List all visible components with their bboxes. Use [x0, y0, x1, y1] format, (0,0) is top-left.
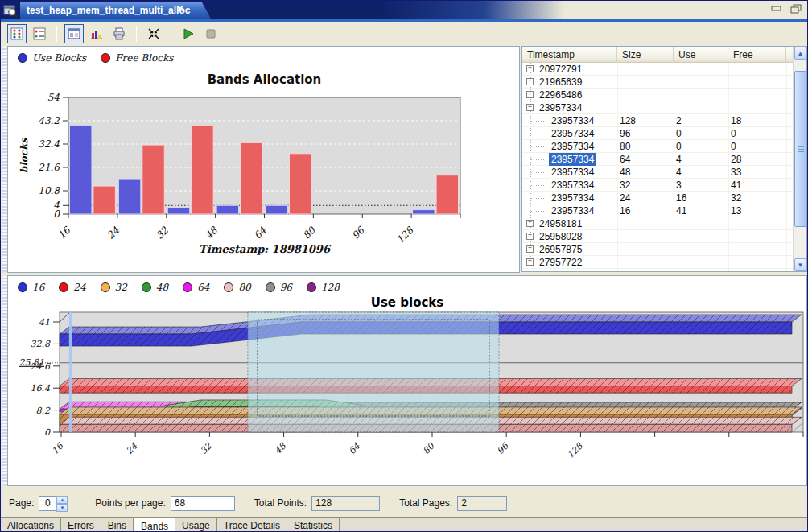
size-cell: 64 [620, 153, 630, 166]
tab-trace-details[interactable]: Trace Details [217, 518, 287, 532]
timestamp-cell: 23957334 [549, 114, 596, 127]
page-spinner[interactable]: ▲▼ [56, 496, 68, 511]
heap-analyzer-window: test_heap_mem_thread_multi_alloc ✕ [0, 0, 808, 532]
stop-icon [201, 24, 221, 43]
sizes-legend-item-label: 96 [280, 282, 292, 293]
table-row[interactable]: +27957722 [522, 256, 793, 269]
svg-text:10.8: 10.8 [38, 185, 60, 196]
layout-grid-icon[interactable] [7, 24, 27, 43]
collapse-icon[interactable]: − [526, 104, 534, 111]
toolbar-separator [136, 26, 137, 42]
fit-window-icon[interactable] [144, 24, 163, 43]
timestamp-cell: 20972791 [539, 63, 582, 76]
timestamp-cell: 22965486 [539, 89, 582, 101]
selection-region[interactable] [248, 312, 499, 432]
bar-chart-icon[interactable] [87, 24, 106, 43]
table-row[interactable]: +24958181 [522, 217, 793, 230]
column-header-timestamp[interactable]: Timestamp [522, 47, 617, 63]
timestamp-cell: 23957334 [549, 127, 596, 140]
table-row[interactable]: +20972791 [522, 63, 793, 76]
free-cell: 0 [731, 127, 736, 140]
tab-errors[interactable]: Errors [61, 518, 101, 532]
svg-text:Timestamp: 18981096: Timestamp: 18981096 [199, 243, 332, 255]
column-header-free[interactable]: Free [728, 47, 786, 63]
layout-list-icon[interactable] [30, 24, 49, 43]
sizes-legend-item-label: 80 [238, 282, 250, 293]
scroll-up-icon[interactable]: ▲ [794, 47, 806, 60]
column-header-use[interactable]: Use [674, 47, 728, 63]
tab-bands[interactable]: Bands [134, 518, 175, 532]
svg-text:128: 128 [565, 440, 585, 460]
svg-text:24.6: 24.6 [31, 361, 51, 372]
use-cell: 4 [676, 153, 682, 166]
bands-allocation-chart[interactable]: Bands Allocation0410.821.632.443.254bloc… [8, 64, 519, 270]
restore-view-icon[interactable] [789, 3, 802, 18]
size-cell: 48 [620, 166, 630, 179]
timestamp-cell: 24958181 [539, 217, 582, 230]
tab-bins[interactable]: Bins [101, 518, 134, 532]
tab-close-icon[interactable]: ✕ [176, 3, 184, 14]
expand-icon[interactable]: + [526, 258, 534, 266]
table-row[interactable]: 23957334241632 [522, 192, 793, 204]
tab-usage[interactable]: Usage [175, 518, 217, 532]
table-row[interactable]: 239573348000 [522, 140, 793, 153]
minimize-view-icon[interactable] [770, 3, 783, 18]
size-cell: 96 [620, 127, 630, 140]
tree-connector [531, 198, 547, 199]
expand-icon[interactable]: + [526, 91, 534, 98]
svg-text:16: 16 [50, 440, 66, 456]
total-points-value: 128 [311, 496, 380, 511]
toolbar [1, 22, 807, 46]
table-row[interactable]: +21965639 [522, 76, 793, 89]
expand-icon[interactable]: + [526, 78, 534, 85]
bands-legend-item-swatch [101, 53, 110, 63]
free-bar [192, 126, 213, 214]
bands-allocation-panel: Use BlocksFree Blocks Bands Allocation04… [7, 46, 520, 273]
sizes-legend: 16243248648096128 [8, 276, 806, 294]
expand-icon[interactable]: + [526, 233, 534, 240]
use-bar [70, 126, 92, 214]
table-header[interactable]: TimestampSizeUseFree [522, 47, 806, 63]
svg-text:128: 128 [394, 224, 416, 245]
print-icon[interactable] [109, 24, 129, 43]
table-row[interactable]: 23957334128218 [522, 114, 793, 127]
size-cell: 80 [620, 140, 630, 153]
run-icon[interactable] [179, 24, 198, 43]
table-row[interactable]: 2395733448433 [522, 166, 793, 179]
table-row[interactable]: −23957334 [522, 101, 793, 114]
expand-icon[interactable]: + [526, 245, 534, 253]
use-blocks-chart[interactable]: 25.8108.216.424.632.84116243248648096128 [8, 311, 806, 484]
table-row[interactable]: +22965486 [522, 89, 793, 101]
toolbar-separator [171, 26, 171, 42]
table-row[interactable]: 239573349600 [522, 127, 793, 140]
table-row[interactable]: 2395733432341 [522, 179, 793, 192]
svg-text:32: 32 [154, 224, 171, 241]
expand-icon[interactable]: + [526, 220, 534, 227]
page-input[interactable]: 0 [39, 496, 56, 511]
svg-text:0: 0 [44, 427, 51, 438]
tab-allocations[interactable]: Allocations [1, 518, 61, 532]
svg-text:32.4: 32.4 [38, 138, 60, 150]
use-cell: 3 [676, 179, 682, 192]
scrollbar-thumb[interactable] [794, 71, 806, 227]
paging-controls: Page: 0 ▲▼ Points per page: 68 Total Poi… [1, 489, 807, 517]
points-per-page-input[interactable]: 68 [171, 496, 235, 511]
free-bar [93, 186, 115, 214]
tab-statistics[interactable]: Statistics [287, 518, 340, 532]
position-marker [69, 312, 72, 432]
svg-text:24: 24 [105, 225, 122, 241]
tree-connector [531, 121, 547, 122]
table-row[interactable]: 2395733464428 [522, 153, 793, 166]
table-row[interactable]: +26957875 [522, 243, 793, 256]
expand-icon[interactable]: + [526, 65, 534, 72]
table-row[interactable]: 23957334164113 [522, 204, 793, 217]
svg-text:21.6: 21.6 [38, 162, 60, 173]
scroll-down-icon[interactable]: ▼ [794, 258, 806, 271]
sizes-legend-item-swatch [59, 282, 68, 292]
page-label: Page: [9, 497, 34, 509]
chart-view-toggle-icon[interactable] [64, 24, 84, 43]
table-scrollbar[interactable]: ▲ ▼ [793, 47, 806, 271]
table-row[interactable]: +25958028 [522, 230, 793, 243]
sizes-legend-item-swatch [307, 282, 316, 292]
column-header-size[interactable]: Size [617, 47, 674, 63]
